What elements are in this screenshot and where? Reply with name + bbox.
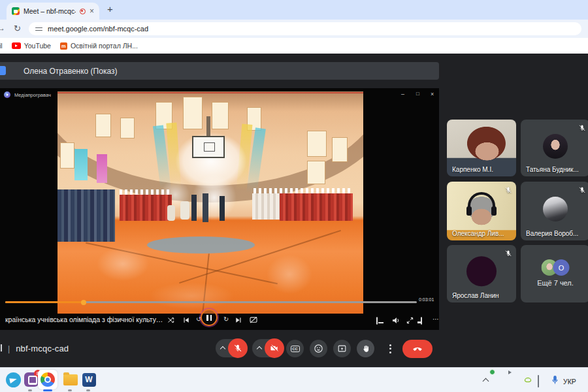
raise-hand-button[interactable] (357, 340, 374, 357)
bookmark-portal[interactable]: m Освітній портал ЛН... (60, 42, 138, 50)
site-settings-icon[interactable] (35, 26, 42, 32)
progress-knob[interactable] (81, 300, 86, 305)
taskbar-explorer[interactable] (62, 371, 79, 388)
tray-language[interactable]: УКР (563, 378, 576, 385)
tray-mic-icon[interactable] (551, 375, 559, 387)
portal-icon: m (60, 42, 67, 50)
captions-button[interactable]: CC (286, 340, 304, 357)
crowd-left (57, 189, 115, 242)
screen: Meet – nbf-mcqc-cad × + → ↻ meet.google.… (0, 0, 588, 392)
explorer-icon (63, 374, 78, 385)
tab-close-icon[interactable]: × (90, 7, 94, 15)
gym-window (307, 131, 327, 157)
next-track-icon[interactable] (235, 317, 242, 325)
overflow-participants-tile[interactable]: O Ещё 7 чел. (521, 245, 588, 302)
taskbar-telegram[interactable] (5, 371, 22, 388)
red-squad-right (280, 193, 353, 221)
end-call-button[interactable] (402, 340, 433, 358)
reactions-button[interactable] (310, 340, 327, 357)
mic-options-pill[interactable] (216, 339, 247, 357)
more-options-button[interactable] (382, 340, 399, 357)
gym-window (307, 161, 325, 184)
reload-icon[interactable]: ↻ (14, 24, 21, 33)
presenter-avatar (0, 66, 6, 75)
mic-chevron-icon[interactable] (220, 346, 225, 351)
window-close-button[interactable]: × (431, 91, 434, 97)
gym-window (120, 118, 135, 139)
video-frame[interactable] (57, 91, 363, 314)
camera-options-pill[interactable] (252, 339, 284, 357)
presenter-name: Олена Отравенко (Показ) (24, 67, 117, 76)
browser-tab-strip: Meet – nbf-mcqc-cad × + (0, 0, 588, 20)
player-progress-bar[interactable] (5, 301, 417, 303)
volume-icon[interactable] (392, 317, 400, 325)
player-titlebar: Медіапрогравач (4, 91, 51, 98)
meeting-code: nbf-mcqc-cad (16, 344, 69, 353)
previous-track-icon[interactable] (183, 317, 189, 325)
youtube-icon (12, 42, 21, 49)
meet-favicon (12, 7, 20, 15)
mic-muted-icon (578, 185, 586, 197)
more-options-icon (389, 344, 391, 353)
avatar (543, 197, 568, 221)
taskbar-word[interactable]: W (80, 371, 97, 388)
gym-window (332, 137, 348, 162)
taskbar-chrome[interactable] (39, 371, 56, 388)
forward-icon[interactable]: ↻ (223, 316, 229, 323)
dancer (180, 201, 189, 220)
url-text: meet.google.com/nbf-mcqc-cad (48, 25, 148, 33)
url-bar[interactable]: meet.google.com/nbf-mcqc-cad (29, 22, 581, 35)
code-separator: | (8, 344, 10, 353)
participant-tile[interactable]: Карпенко М.І. (447, 120, 516, 176)
gym-window (95, 114, 111, 137)
hand-icon (361, 344, 370, 353)
bookmark-clipped[interactable]: il (0, 42, 3, 50)
tray-expand-icon[interactable] (483, 378, 489, 385)
meet-control-bar: | nbf-mcqc-cad CC (0, 330, 588, 367)
participant-name: Валерия Вороб... (526, 230, 578, 237)
red-squad-left (120, 195, 172, 221)
recording-indicator-icon (80, 8, 86, 14)
participant-tile[interactable]: Валерия Вороб... (521, 182, 588, 240)
shuffle-icon[interactable] (167, 317, 174, 325)
bookmarks-bar: il YouTube m Освітній портал ЛН... (0, 38, 588, 54)
more-player-options-icon[interactable]: ⋯ (433, 316, 439, 323)
camera-chevron-icon[interactable] (257, 346, 262, 351)
figure (220, 196, 225, 221)
browser-tab[interactable]: Meet – nbf-mcqc-cad × (7, 3, 99, 20)
windows-taskbar: 8 W УКР (0, 367, 588, 392)
hoop-mount (206, 116, 210, 137)
video-title: країнська учнівська олімпіада з фізичної… (5, 316, 166, 323)
captions-icon: CC (291, 346, 300, 352)
overflow-label: Ещё 7 чел. (521, 279, 588, 287)
headphones (468, 192, 495, 208)
mic-off-button[interactable] (228, 338, 248, 358)
subtitles-icon[interactable] (376, 318, 378, 324)
dancer (167, 205, 175, 221)
new-tab-button[interactable]: + (107, 3, 113, 14)
avatar (466, 256, 497, 286)
present-button[interactable] (333, 340, 351, 357)
pause-button[interactable] (201, 309, 218, 326)
fullscreen-icon[interactable] (406, 317, 414, 325)
window-maximize-button[interactable]: □ (416, 91, 419, 97)
pip-icon[interactable] (421, 318, 422, 324)
center-circle (147, 237, 255, 253)
participant-name: Ярослав Ланин (452, 292, 499, 299)
meeting-code-area: | nbf-mcqc-cad (8, 344, 69, 353)
forward-icon[interactable]: → (0, 24, 5, 33)
participant-tile[interactable]: Ярослав Ланин (447, 245, 516, 302)
gym-window (60, 142, 74, 169)
window-minimize-button[interactable]: – (401, 91, 404, 97)
camera-off-button[interactable] (265, 338, 284, 358)
cast-off-icon[interactable] (250, 317, 257, 325)
participant-tile[interactable]: Татьяна Будник... (521, 120, 588, 176)
participant-tile[interactable]: Олександр Лив... (447, 182, 516, 240)
browser-toolbar: → ↻ meet.google.com/nbf-mcqc-cad (0, 20, 588, 38)
bookmark-youtube[interactable]: YouTube (12, 42, 51, 50)
avatar (543, 133, 568, 158)
meet-page: Олена Отравенко (Показ) Медіапрогравач –… (0, 54, 588, 367)
emoji-icon (314, 344, 323, 353)
basketball-backboard (192, 136, 225, 158)
tray-app-icon[interactable] (538, 376, 539, 387)
